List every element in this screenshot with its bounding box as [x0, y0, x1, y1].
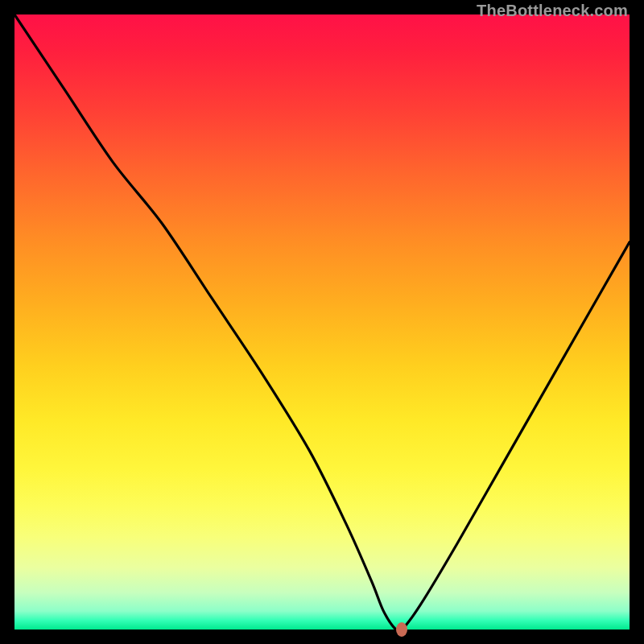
- watermark-text: TheBottleneck.com: [477, 2, 628, 20]
- chart-frame: TheBottleneck.com: [0, 0, 644, 644]
- bottleneck-curve: [14, 14, 630, 630]
- curve-path: [14, 14, 630, 630]
- plot-area: [14, 14, 630, 630]
- optimum-marker: [396, 622, 407, 637]
